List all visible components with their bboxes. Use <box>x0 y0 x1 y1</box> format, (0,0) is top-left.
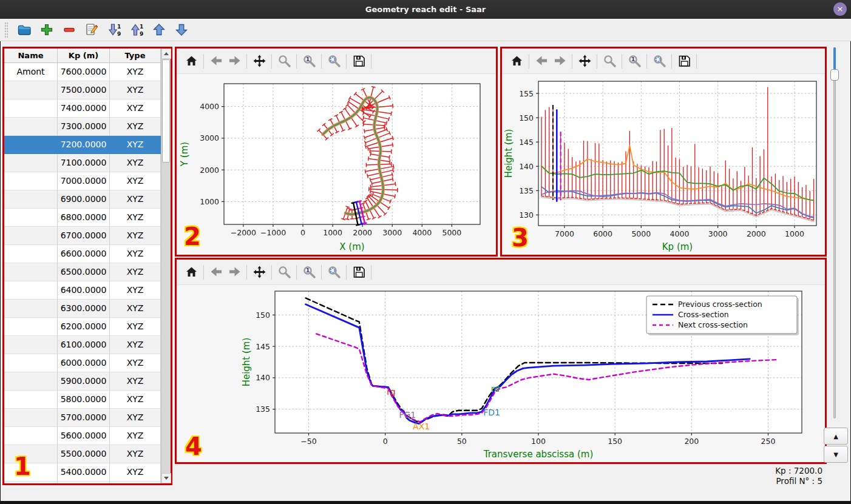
toolbar-drag-handle[interactable] <box>4 22 8 38</box>
triangle-up-icon <box>164 52 169 55</box>
table-row[interactable]: 7400.0000XYZ <box>4 99 161 118</box>
table-row[interactable]: 5600.0000XYZ <box>4 427 161 445</box>
forward-icon[interactable] <box>225 52 243 70</box>
table-scrollbar[interactable] <box>161 49 171 483</box>
scroll-down-button[interactable] <box>161 473 171 483</box>
cell-kp: 7000.0000 <box>58 172 110 190</box>
titlebar[interactable]: Geometry reach edit - Saar × <box>0 0 851 19</box>
header-name[interactable]: Name <box>4 49 58 62</box>
close-button[interactable]: × <box>833 2 847 16</box>
table-row[interactable]: 5400.0000XYZ <box>4 463 161 482</box>
pan-icon[interactable] <box>250 52 268 70</box>
zoom-initial-icon[interactable]: 1 <box>625 52 643 70</box>
add-icon[interactable] <box>38 21 55 38</box>
table-row[interactable]: Amont7600.0000XYZ <box>4 63 161 81</box>
status-profil: Profil N° : 5 <box>775 476 822 486</box>
sort-descending-icon[interactable]: 19 <box>106 21 123 38</box>
table-row[interactable]: 6500.0000XYZ <box>4 263 161 281</box>
table-row[interactable]: 6800.0000XYZ <box>4 209 161 227</box>
home-icon[interactable] <box>182 52 200 70</box>
toolbar-separator <box>346 54 347 69</box>
remove-icon[interactable] <box>61 21 78 38</box>
table-row[interactable]: 6400.0000XYZ <box>4 281 161 300</box>
open-folder-icon[interactable] <box>16 21 33 38</box>
header-kp[interactable]: Kp (m) <box>58 49 110 62</box>
table-row[interactable]: 7000.0000XYZ <box>4 172 161 190</box>
table-row[interactable]: 6000.0000XYZ <box>4 354 161 372</box>
table-row[interactable]: 7200.0000XYZ <box>4 136 161 154</box>
move-up-icon[interactable] <box>151 21 168 38</box>
profile-slider[interactable] <box>830 47 839 418</box>
svg-text:150: 150 <box>256 311 270 320</box>
profile-up-button[interactable]: ▲ <box>824 428 848 445</box>
cell-name <box>4 372 58 391</box>
table-row[interactable]: 6300.0000XYZ <box>4 300 161 318</box>
svg-text:135: 135 <box>256 405 270 414</box>
table-row[interactable]: 7300.0000XYZ <box>4 118 161 136</box>
table-row[interactable]: 5500.0000XYZ <box>4 445 161 463</box>
profile-down-button[interactable]: ▼ <box>824 446 848 463</box>
cross-section-plot[interactable]: −50050100150200250135140145150Transverse… <box>177 285 825 462</box>
cell-type: XYZ <box>110 136 161 154</box>
home-icon[interactable] <box>507 52 526 70</box>
forward-icon[interactable] <box>551 52 569 70</box>
back-icon[interactable] <box>207 263 225 281</box>
slider-track[interactable] <box>833 47 836 418</box>
zoom-icon[interactable] <box>600 52 619 70</box>
table-row[interactable]: 6900.0000XYZ <box>4 190 161 209</box>
long-profile-plot[interactable]: 7000600050004000300020001000130135140145… <box>502 74 825 255</box>
status-kp: Kp : 7200.0 <box>775 466 822 476</box>
scrollbar-thumb[interactable] <box>162 59 170 163</box>
cell-name <box>4 300 58 318</box>
back-icon[interactable] <box>207 52 225 70</box>
back-icon[interactable] <box>532 52 551 70</box>
zoom-initial-icon[interactable]: 1 <box>300 52 318 70</box>
home-icon[interactable] <box>182 263 200 281</box>
table-row[interactable]: 6100.0000XYZ <box>4 336 161 354</box>
save-icon[interactable] <box>350 52 368 70</box>
table-row[interactable]: 5700.0000XYZ <box>4 409 161 427</box>
slider-handle[interactable] <box>830 69 839 81</box>
svg-text:−1000: −1000 <box>260 228 286 237</box>
cell-name <box>4 409 58 427</box>
zoom-fit-icon[interactable] <box>325 52 343 70</box>
zoom-initial-icon[interactable]: 1 <box>300 263 318 281</box>
edit-icon[interactable] <box>83 21 100 38</box>
save-icon[interactable] <box>350 263 368 281</box>
toolbar-separator <box>203 265 204 280</box>
zoom-icon[interactable] <box>275 263 293 281</box>
toolbar-separator <box>371 54 371 69</box>
toolbar-separator <box>371 265 371 280</box>
table-row[interactable]: 5900.0000XYZ <box>4 372 161 391</box>
table-row[interactable]: 7100.0000XYZ <box>4 154 161 172</box>
main-toolbar: 1919 <box>0 19 851 41</box>
svg-text:Y (m): Y (m) <box>179 142 190 167</box>
svg-text:1000: 1000 <box>323 228 342 237</box>
table-row[interactable]: 5800.0000XYZ <box>4 391 161 409</box>
table-row[interactable]: 6700.0000XYZ <box>4 227 161 245</box>
sort-ascending-icon[interactable]: 19 <box>128 21 145 38</box>
cell-kp: 5800.0000 <box>58 391 110 409</box>
zoom-icon[interactable] <box>275 52 293 70</box>
move-down-icon[interactable] <box>173 21 190 38</box>
table-row[interactable]: 7500.0000XYZ <box>4 81 161 99</box>
scroll-up-button[interactable] <box>161 49 171 59</box>
cell-kp: 6000.0000 <box>58 354 110 372</box>
table-row[interactable]: 6600.0000XYZ <box>4 245 161 263</box>
plan-plot[interactable]: −2000−1000010002000300040005000100020003… <box>177 74 496 255</box>
cell-kp: 7600.0000 <box>58 63 110 81</box>
table-row[interactable]: 5300.0000XYZ <box>4 482 161 483</box>
pan-icon[interactable] <box>250 263 268 281</box>
zoom-fit-icon[interactable] <box>650 52 668 70</box>
forward-icon[interactable] <box>225 263 243 281</box>
save-icon[interactable] <box>675 52 693 70</box>
plan-view-panel: 1 −2000−10000100020003000400050001000200… <box>175 47 498 257</box>
cell-kp: 6100.0000 <box>58 336 110 354</box>
svg-text:−2000: −2000 <box>231 228 256 237</box>
svg-text:145: 145 <box>519 138 534 147</box>
svg-text:50: 50 <box>457 437 467 446</box>
zoom-fit-icon[interactable] <box>325 263 343 281</box>
header-type[interactable]: Type <box>110 49 161 62</box>
table-row[interactable]: 6200.0000XYZ <box>4 318 161 336</box>
pan-icon[interactable] <box>575 52 594 70</box>
